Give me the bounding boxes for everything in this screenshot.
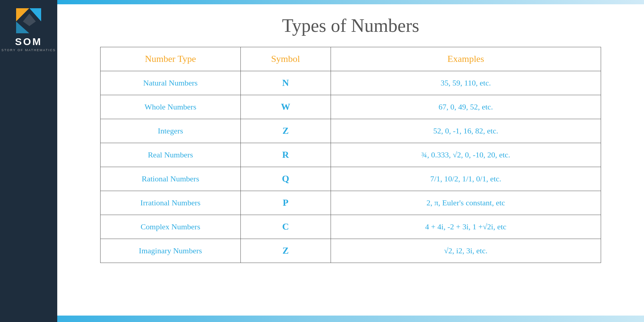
cell-number-type: Natural Numbers	[101, 71, 241, 95]
top-bar	[57, 0, 644, 4]
cell-symbol: R	[240, 143, 331, 167]
cell-number-type: Complex Numbers	[101, 215, 241, 239]
col-header-number-type: Number Type	[101, 47, 241, 71]
cell-examples: 2, π, Euler's constant, etc	[331, 191, 601, 215]
table-row: Real NumbersR¾, 0.333, √2, 0, -10, 20, e…	[101, 143, 601, 167]
col-header-symbol: Symbol	[240, 47, 331, 71]
table-header-row: Number Type Symbol Examples	[101, 47, 601, 71]
sidebar: SOM STORY OF MATHEMATICS	[0, 0, 57, 322]
cell-number-type: Real Numbers	[101, 143, 241, 167]
cell-symbol: C	[240, 215, 331, 239]
table-row: Imaginary NumbersZ√2, i2, 3i, etc.	[101, 239, 601, 263]
cell-number-type: Imaginary Numbers	[101, 239, 241, 263]
cell-examples: √2, i2, 3i, etc.	[331, 239, 601, 263]
cell-number-type: Whole Numbers	[101, 95, 241, 119]
cell-examples: 67, 0, 49, 52, etc.	[331, 95, 601, 119]
cell-examples: ¾, 0.333, √2, 0, -10, 20, etc.	[331, 143, 601, 167]
cell-examples: 35, 59, 110, etc.	[331, 71, 601, 95]
col-header-examples: Examples	[331, 47, 601, 71]
cell-symbol: Q	[240, 167, 331, 191]
brand-name: SOM	[15, 36, 42, 48]
cell-examples: 7/1, 10/2, 1/1, 0/1, etc.	[331, 167, 601, 191]
main-content: Types of Numbers Number Type Symbol Exam…	[57, 4, 644, 316]
cell-number-type: Irrational Numbers	[101, 191, 241, 215]
cell-examples: 4 + 4i, -2 + 3i, 1 +√2i, etc	[331, 215, 601, 239]
cell-symbol: W	[240, 95, 331, 119]
cell-symbol: N	[240, 71, 331, 95]
cell-examples: 52, 0, -1, 16, 82, etc.	[331, 119, 601, 143]
table-row: Irrational NumbersP2, π, Euler's constan…	[101, 191, 601, 215]
brand-subtitle: STORY OF MATHEMATICS	[1, 48, 56, 52]
table-row: IntegersZ52, 0, -1, 16, 82, etc.	[101, 119, 601, 143]
cell-symbol: Z	[240, 119, 331, 143]
table-row: Rational NumbersQ7/1, 10/2, 1/1, 0/1, et…	[101, 167, 601, 191]
som-logo-icon	[14, 6, 43, 33]
bottom-bar	[0, 316, 644, 322]
numbers-table: Number Type Symbol Examples Natural Numb…	[100, 47, 601, 263]
cell-symbol: Z	[240, 239, 331, 263]
cell-symbol: P	[240, 191, 331, 215]
table-row: Natural NumbersN35, 59, 110, etc.	[101, 71, 601, 95]
cell-number-type: Rational Numbers	[101, 167, 241, 191]
cell-number-type: Integers	[101, 119, 241, 143]
page-title: Types of Numbers	[282, 15, 419, 36]
table-row: Complex NumbersC4 + 4i, -2 + 3i, 1 +√2i,…	[101, 215, 601, 239]
table-row: Whole NumbersW67, 0, 49, 52, etc.	[101, 95, 601, 119]
